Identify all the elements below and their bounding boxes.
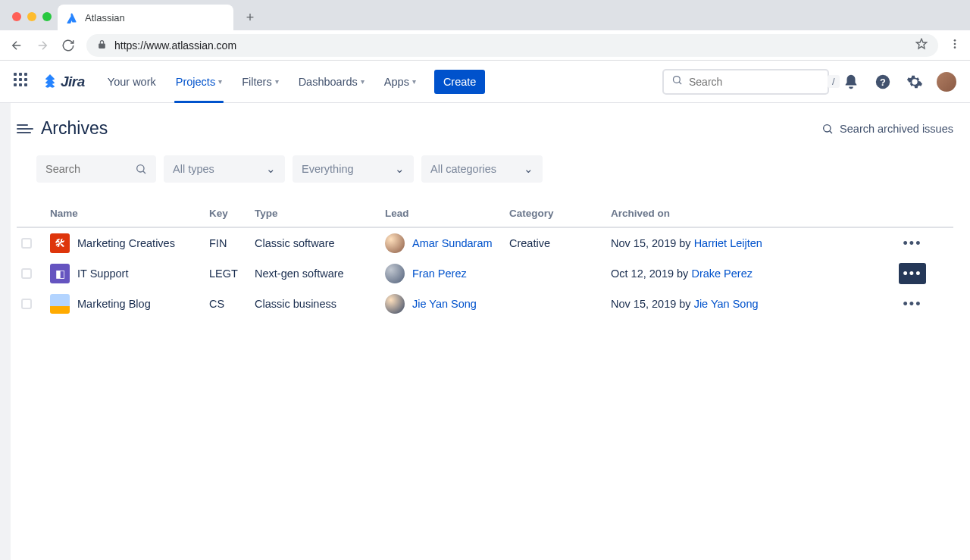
svg-point-7 — [137, 165, 144, 172]
tab-bar: Atlassian + — [0, 0, 970, 30]
everything-filter[interactable]: Everything ⌄ — [293, 155, 414, 183]
sidebar-toggle-icon[interactable] — [17, 120, 33, 137]
chevron-down-icon: ▾ — [412, 77, 416, 86]
project-key: LEGT — [209, 267, 255, 280]
project-type: Next-gen software — [255, 267, 385, 280]
notifications-icon[interactable] — [841, 72, 861, 92]
row-actions-button[interactable]: ••• — [899, 233, 926, 254]
col-key[interactable]: Key — [209, 208, 255, 219]
new-tab-button[interactable]: + — [239, 7, 261, 28]
url-text: https://www.atlassian.com — [114, 39, 236, 52]
project-name[interactable]: IT Support — [77, 267, 128, 280]
chevron-down-icon: ▾ — [218, 77, 222, 86]
filter-bar: All types ⌄ Everything ⌄ All categories … — [17, 155, 953, 183]
row-actions-button[interactable]: ••• — [899, 263, 926, 284]
window-maximize-button[interactable] — [42, 12, 52, 21]
lead-link[interactable]: Amar Sundaram — [412, 237, 493, 249]
back-button[interactable] — [9, 38, 24, 53]
project-type: Classic software — [255, 237, 385, 249]
browser-chrome: Atlassian + https://www.atlassian.com — [0, 0, 970, 61]
global-search[interactable]: / — [662, 69, 829, 95]
project-name[interactable]: Marketing Blog — [77, 298, 151, 310]
col-name[interactable]: Name — [50, 208, 209, 219]
col-type[interactable]: Type — [255, 208, 385, 219]
col-category[interactable]: Category — [509, 208, 611, 219]
bookmark-star-icon[interactable] — [915, 38, 928, 52]
page-title: Archives — [41, 118, 108, 139]
row-checkbox[interactable] — [21, 238, 32, 249]
page-header: Archives Search archived issues — [17, 118, 953, 139]
nav-your-work[interactable]: Your work — [100, 61, 164, 103]
forward-button[interactable] — [35, 38, 50, 53]
url-bar[interactable]: https://www.atlassian.com — [86, 34, 938, 57]
reload-button[interactable] — [61, 38, 76, 53]
project-type: Classic business — [255, 298, 385, 310]
search-shortcut-hint: / — [828, 75, 840, 88]
create-button[interactable]: Create — [434, 70, 486, 94]
tab-title: Atlassian — [85, 12, 125, 23]
jira-mark-icon — [42, 74, 58, 89]
help-icon[interactable]: ? — [873, 72, 893, 92]
archived-by-link[interactable]: Jie Yan Song — [694, 298, 759, 310]
col-lead[interactable]: Lead — [385, 208, 509, 219]
app-switcher-icon[interactable] — [14, 73, 32, 91]
window-minimize-button[interactable] — [27, 12, 36, 21]
browser-menu-button[interactable] — [949, 38, 961, 53]
project-icon — [50, 294, 70, 314]
lead-link[interactable]: Jie Yan Song — [412, 298, 477, 310]
svg-point-2 — [954, 46, 956, 48]
chevron-down-icon: ▾ — [361, 77, 365, 86]
project-key: FIN — [209, 237, 255, 249]
row-checkbox[interactable] — [21, 299, 32, 309]
settings-icon[interactable] — [905, 72, 925, 92]
profile-avatar[interactable] — [937, 72, 956, 92]
lead-avatar — [385, 264, 405, 283]
window-controls — [9, 12, 58, 30]
svg-point-3 — [674, 77, 681, 83]
chevron-down-icon: ▾ — [275, 77, 279, 86]
project-search-input[interactable] — [45, 163, 129, 175]
archived-on: Nov 15, 2019 by Harriet Leijten — [611, 237, 899, 249]
row-actions-button[interactable]: ••• — [899, 293, 926, 314]
lead-avatar — [385, 233, 405, 253]
search-icon — [671, 74, 683, 89]
archived-by-link[interactable]: Drake Perez — [691, 267, 753, 280]
jira-wordmark: Jira — [61, 74, 85, 90]
col-archived-on[interactable]: Archived on — [611, 208, 899, 219]
nav-dashboards[interactable]: Dashboards▾ — [291, 61, 372, 103]
search-archived-issues-link[interactable]: Search archived issues — [821, 123, 953, 135]
svg-text:?: ? — [880, 76, 886, 87]
chevron-down-icon: ⌄ — [245, 163, 276, 175]
project-icon: ◧ — [50, 264, 70, 283]
project-search-filter[interactable] — [36, 155, 156, 183]
address-bar: https://www.atlassian.com — [0, 30, 970, 61]
projects-table: Name Key Type Lead Category Archived on … — [17, 199, 953, 319]
archived-by-link[interactable]: Harriet Leijten — [694, 237, 762, 249]
chevron-down-icon: ⌄ — [502, 163, 534, 175]
svg-point-0 — [954, 39, 956, 42]
nav-filters[interactable]: Filters▾ — [234, 61, 286, 103]
lead-link[interactable]: Fran Perez — [412, 267, 467, 280]
browser-tab[interactable]: Atlassian — [58, 5, 233, 30]
project-category: Creative — [509, 237, 611, 249]
jira-logo[interactable]: Jira — [42, 74, 85, 90]
category-filter[interactable]: All categories ⌄ — [421, 155, 543, 183]
chevron-down-icon: ⌄ — [374, 163, 405, 175]
archived-on: Nov 15, 2019 by Jie Yan Song — [611, 298, 899, 310]
table-row: ◧ IT Support LEGT Next-gen software Fran… — [17, 258, 953, 289]
project-key: CS — [209, 298, 255, 310]
nav-apps[interactable]: Apps▾ — [377, 61, 424, 103]
search-icon — [135, 163, 147, 175]
nav-projects[interactable]: Projects▾ — [168, 61, 230, 103]
table-row: Marketing Blog CS Classic business Jie Y… — [17, 289, 953, 319]
row-checkbox[interactable] — [21, 268, 32, 279]
project-name[interactable]: Marketing Creatives — [77, 237, 175, 249]
project-icon: 🛠 — [50, 233, 70, 253]
type-filter[interactable]: All types ⌄ — [164, 155, 285, 183]
global-search-input[interactable] — [689, 76, 821, 88]
window-close-button[interactable] — [12, 12, 21, 21]
atlassian-favicon-icon — [67, 11, 79, 23]
jira-top-nav: Jira Your work Projects▾ Filters▾ Dashbo… — [0, 61, 970, 103]
lead-avatar — [385, 294, 405, 314]
page-content: Archives Search archived issues All type… — [11, 103, 970, 560]
